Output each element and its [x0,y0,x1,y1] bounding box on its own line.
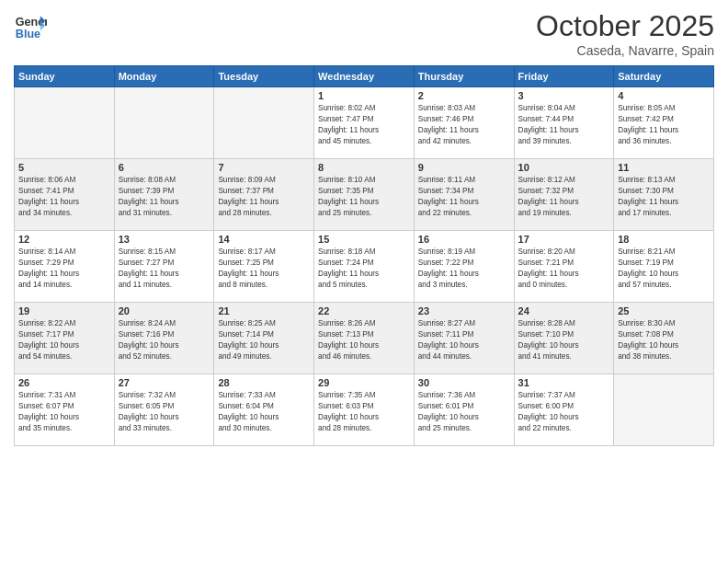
calendar-cell: 6Sunrise: 8:08 AM Sunset: 7:39 PM Daylig… [114,159,214,231]
day-number: 15 [318,234,410,245]
week-row-3: 19Sunrise: 8:22 AM Sunset: 7:17 PM Dayli… [15,303,714,374]
day-info: Sunrise: 8:02 AM Sunset: 7:47 PM Dayligh… [318,103,410,147]
calendar-cell: 2Sunrise: 8:03 AM Sunset: 7:46 PM Daylig… [414,87,514,159]
day-number: 22 [318,305,410,316]
calendar-cell: 13Sunrise: 8:15 AM Sunset: 7:27 PM Dayli… [114,231,214,303]
calendar-cell: 18Sunrise: 8:21 AM Sunset: 7:19 PM Dayli… [614,231,714,303]
day-number: 29 [318,377,410,388]
weekday-header-wednesday: Wednesday [314,66,415,87]
day-info: Sunrise: 7:37 AM Sunset: 6:00 PM Dayligh… [518,390,610,434]
day-info: Sunrise: 8:25 AM Sunset: 7:14 PM Dayligh… [218,318,310,362]
day-info: Sunrise: 8:26 AM Sunset: 7:13 PM Dayligh… [318,318,410,362]
calendar-cell: 1Sunrise: 8:02 AM Sunset: 7:47 PM Daylig… [314,87,415,159]
logo: General Blue [14,9,47,42]
calendar-cell: 14Sunrise: 8:17 AM Sunset: 7:25 PM Dayli… [214,231,314,303]
calendar-table: SundayMondayTuesdayWednesdayThursdayFrid… [14,65,714,446]
day-number: 19 [18,305,110,316]
day-info: Sunrise: 7:32 AM Sunset: 6:05 PM Dayligh… [119,390,210,434]
day-info: Sunrise: 8:06 AM Sunset: 7:41 PM Dayligh… [18,175,110,219]
calendar-cell: 3Sunrise: 8:04 AM Sunset: 7:44 PM Daylig… [514,87,614,159]
day-info: Sunrise: 8:28 AM Sunset: 7:10 PM Dayligh… [518,318,610,362]
day-number: 27 [119,377,210,388]
calendar-cell: 29Sunrise: 7:35 AM Sunset: 6:03 PM Dayli… [314,374,415,446]
calendar-cell: 20Sunrise: 8:24 AM Sunset: 7:16 PM Dayli… [114,303,214,374]
week-row-1: 5Sunrise: 8:06 AM Sunset: 7:41 PM Daylig… [15,159,714,231]
day-info: Sunrise: 8:27 AM Sunset: 7:11 PM Dayligh… [418,318,510,362]
day-number: 5 [18,162,110,173]
day-number: 13 [119,234,210,245]
week-row-2: 12Sunrise: 8:14 AM Sunset: 7:29 PM Dayli… [15,231,714,303]
svg-text:Blue: Blue [16,28,40,40]
day-info: Sunrise: 8:09 AM Sunset: 7:37 PM Dayligh… [218,175,310,219]
day-info: Sunrise: 8:22 AM Sunset: 7:17 PM Dayligh… [18,318,110,362]
header: General Blue October 2025 Caseda, Navarr… [14,9,714,58]
day-number: 17 [518,234,610,245]
day-info: Sunrise: 7:31 AM Sunset: 6:07 PM Dayligh… [18,390,110,434]
logo-icon: General Blue [14,9,47,42]
day-number: 1 [318,90,410,101]
day-number: 26 [18,377,110,388]
weekday-header-row: SundayMondayTuesdayWednesdayThursdayFrid… [15,66,714,87]
calendar-cell: 5Sunrise: 8:06 AM Sunset: 7:41 PM Daylig… [15,159,115,231]
day-info: Sunrise: 8:15 AM Sunset: 7:27 PM Dayligh… [119,247,210,291]
calendar-cell: 21Sunrise: 8:25 AM Sunset: 7:14 PM Dayli… [214,303,314,374]
calendar-cell: 10Sunrise: 8:12 AM Sunset: 7:32 PM Dayli… [514,159,614,231]
day-number: 23 [418,305,510,316]
day-number: 14 [218,234,310,245]
calendar-cell: 30Sunrise: 7:36 AM Sunset: 6:01 PM Dayli… [414,374,514,446]
calendar-cell: 15Sunrise: 8:18 AM Sunset: 7:24 PM Dayli… [314,231,415,303]
calendar-cell: 24Sunrise: 8:28 AM Sunset: 7:10 PM Dayli… [514,303,614,374]
calendar-cell: 19Sunrise: 8:22 AM Sunset: 7:17 PM Dayli… [15,303,115,374]
location: Caseda, Navarre, Spain [536,43,714,58]
day-number: 16 [418,234,510,245]
day-info: Sunrise: 7:35 AM Sunset: 6:03 PM Dayligh… [318,390,410,434]
day-info: Sunrise: 8:13 AM Sunset: 7:30 PM Dayligh… [618,175,710,219]
day-number: 30 [418,377,510,388]
calendar-cell [15,87,115,159]
day-info: Sunrise: 8:30 AM Sunset: 7:08 PM Dayligh… [618,318,710,362]
day-info: Sunrise: 8:12 AM Sunset: 7:32 PM Dayligh… [518,175,610,219]
day-info: Sunrise: 8:19 AM Sunset: 7:22 PM Dayligh… [418,247,510,291]
week-row-0: 1Sunrise: 8:02 AM Sunset: 7:47 PM Daylig… [15,87,714,159]
day-number: 9 [418,162,510,173]
day-info: Sunrise: 7:33 AM Sunset: 6:04 PM Dayligh… [218,390,310,434]
day-info: Sunrise: 8:03 AM Sunset: 7:46 PM Dayligh… [418,103,510,147]
weekday-header-saturday: Saturday [614,66,714,87]
day-info: Sunrise: 8:18 AM Sunset: 7:24 PM Dayligh… [318,247,410,291]
day-number: 3 [518,90,610,101]
calendar-cell: 4Sunrise: 8:05 AM Sunset: 7:42 PM Daylig… [614,87,714,159]
calendar-cell: 27Sunrise: 7:32 AM Sunset: 6:05 PM Dayli… [114,374,214,446]
day-number: 6 [119,162,210,173]
day-info: Sunrise: 8:10 AM Sunset: 7:35 PM Dayligh… [318,175,410,219]
weekday-header-friday: Friday [514,66,614,87]
calendar-cell: 7Sunrise: 8:09 AM Sunset: 7:37 PM Daylig… [214,159,314,231]
calendar-cell: 25Sunrise: 8:30 AM Sunset: 7:08 PM Dayli… [614,303,714,374]
calendar-cell: 11Sunrise: 8:13 AM Sunset: 7:30 PM Dayli… [614,159,714,231]
day-info: Sunrise: 8:08 AM Sunset: 7:39 PM Dayligh… [119,175,210,219]
day-number: 8 [318,162,410,173]
day-number: 10 [518,162,610,173]
day-info: Sunrise: 8:21 AM Sunset: 7:19 PM Dayligh… [618,247,710,291]
day-info: Sunrise: 7:36 AM Sunset: 6:01 PM Dayligh… [418,390,510,434]
day-number: 20 [119,305,210,316]
calendar-cell: 17Sunrise: 8:20 AM Sunset: 7:21 PM Dayli… [514,231,614,303]
calendar-page: General Blue October 2025 Caseda, Navarr… [0,0,728,563]
day-info: Sunrise: 8:20 AM Sunset: 7:21 PM Dayligh… [518,247,610,291]
day-number: 21 [218,305,310,316]
day-info: Sunrise: 8:05 AM Sunset: 7:42 PM Dayligh… [618,103,710,147]
day-info: Sunrise: 8:04 AM Sunset: 7:44 PM Dayligh… [518,103,610,147]
calendar-cell [114,87,214,159]
day-number: 28 [218,377,310,388]
calendar-cell: 22Sunrise: 8:26 AM Sunset: 7:13 PM Dayli… [314,303,415,374]
day-number: 18 [618,234,710,245]
calendar-cell: 9Sunrise: 8:11 AM Sunset: 7:34 PM Daylig… [414,159,514,231]
calendar-cell [614,374,714,446]
week-row-4: 26Sunrise: 7:31 AM Sunset: 6:07 PM Dayli… [15,374,714,446]
day-number: 24 [518,305,610,316]
title-block: October 2025 Caseda, Navarre, Spain [536,9,714,58]
weekday-header-sunday: Sunday [15,66,115,87]
calendar-cell: 26Sunrise: 7:31 AM Sunset: 6:07 PM Dayli… [15,374,115,446]
month-title: October 2025 [536,9,714,43]
day-number: 4 [618,90,710,101]
day-number: 12 [18,234,110,245]
